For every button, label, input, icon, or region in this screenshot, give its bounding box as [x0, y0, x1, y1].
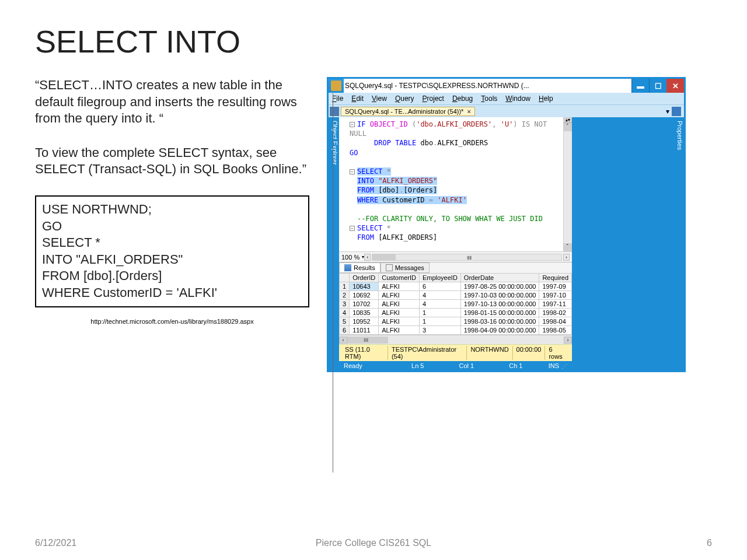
- fold-icon[interactable]: −: [350, 169, 355, 174]
- cell[interactable]: 1997-10-03 00:00:00.000: [460, 291, 539, 300]
- example-code-box: USE NORTHWND; GO SELECT * INTO "ALFKI_OR…: [35, 195, 309, 307]
- cell[interactable]: 1: [419, 309, 460, 317]
- cell[interactable]: 3: [419, 326, 460, 335]
- cell[interactable]: 1: [340, 282, 350, 291]
- hscroll-right-icon[interactable]: ›: [563, 254, 570, 261]
- cell[interactable]: 10952: [350, 317, 379, 326]
- status-time: 00:00:00: [513, 346, 546, 360]
- table-row[interactable]: 310702ALFKI41997-10-13 00:00:00.0001997-…: [340, 300, 572, 309]
- cell[interactable]: ALFKI: [379, 309, 420, 317]
- cell[interactable]: 6: [419, 282, 460, 291]
- menu-view[interactable]: View: [372, 94, 387, 103]
- toolbar-icon[interactable]: [330, 107, 339, 116]
- cell[interactable]: 1998-02: [539, 309, 572, 317]
- menu-window[interactable]: Window: [505, 94, 530, 103]
- cell[interactable]: 2: [340, 291, 350, 300]
- cell[interactable]: 1998-05: [539, 326, 572, 335]
- cell[interactable]: 10702: [350, 300, 379, 309]
- minimize-button[interactable]: ▬: [631, 79, 649, 93]
- object-explorer-tab[interactable]: Object Explorer: [329, 117, 339, 370]
- results-tab[interactable]: Results: [339, 262, 381, 273]
- cell[interactable]: 1998-03-16 00:00:00.000: [460, 317, 539, 326]
- properties-tab[interactable]: Properties: [572, 117, 684, 370]
- cell[interactable]: 1997-10: [539, 291, 572, 300]
- status-db: NORTHWND: [467, 346, 512, 360]
- cell[interactable]: 10692: [350, 291, 379, 300]
- status-line: Ln 5: [411, 362, 424, 369]
- cell[interactable]: 10835: [350, 309, 379, 317]
- cell[interactable]: 4: [340, 309, 350, 317]
- maximize-button[interactable]: ☐: [649, 79, 666, 93]
- resize-grip-icon[interactable]: ⋰: [559, 363, 567, 369]
- cell[interactable]: ALFKI: [379, 291, 420, 300]
- cell[interactable]: 1998-01-15 00:00:00.000: [460, 309, 539, 317]
- cell[interactable]: 1997-09: [539, 282, 572, 291]
- app-status-bar: Ready Ln 5 Col 1 Ch 1 INS ⋰: [339, 361, 572, 370]
- cell[interactable]: 5: [340, 317, 350, 326]
- cell[interactable]: ALFKI: [379, 326, 420, 335]
- window-titlebar[interactable]: SQLQuery4.sql - TESTPC\SQLEXPRESS.NORTHW…: [329, 79, 684, 93]
- menu-debug[interactable]: Debug: [452, 94, 473, 103]
- hscroll-left-icon[interactable]: ‹: [339, 337, 347, 344]
- col-orderid[interactable]: OrderID: [350, 274, 379, 282]
- cell[interactable]: 10643: [350, 282, 379, 291]
- table-row[interactable]: 110643ALFKI61997-08-25 00:00:00.0001997-…: [340, 282, 572, 291]
- menu-help[interactable]: Help: [539, 94, 553, 103]
- table-row[interactable]: 210692ALFKI41997-10-03 00:00:00.0001997-…: [340, 291, 572, 300]
- status-col: Col 1: [459, 362, 474, 369]
- menu-tools[interactable]: Tools: [481, 94, 497, 103]
- cell[interactable]: ALFKI: [379, 317, 420, 326]
- cell[interactable]: 11011: [350, 326, 379, 335]
- scroll-down-icon[interactable]: ˅: [564, 243, 572, 251]
- app-icon: [331, 80, 341, 91]
- split-handle[interactable]: ▴▾: [564, 117, 572, 123]
- cell[interactable]: 3: [340, 300, 350, 309]
- cell[interactable]: 1: [419, 317, 460, 326]
- cell[interactable]: 1997-10-13 00:00:00.000: [460, 300, 539, 309]
- grid-header-row: OrderID CustomerID EmployeeID OrderDate …: [340, 274, 572, 282]
- cell[interactable]: ALFKI: [379, 282, 420, 291]
- cell[interactable]: ALFKI: [379, 300, 420, 309]
- status-rows: 6 rows: [545, 346, 570, 360]
- grid-corner: [340, 274, 350, 282]
- menu-edit[interactable]: Edit: [351, 94, 364, 103]
- editor-vertical-scrollbar[interactable]: ▴▾ ˄ ˅: [563, 117, 572, 251]
- zoom-level[interactable]: 100 %: [341, 254, 362, 261]
- results-grid[interactable]: OrderID CustomerID EmployeeID OrderDate …: [339, 273, 572, 335]
- table-row[interactable]: 510952ALFKI11998-03-16 00:00:00.0001998-…: [340, 317, 572, 326]
- sql-editor[interactable]: −IF OBJECT_ID ('dbo.ALFKI_ORDERS', 'U') …: [339, 117, 563, 251]
- query-status-bar: SS (11.0 RTM) TESTPC\Administrator (54) …: [339, 344, 572, 361]
- tab-close-icon[interactable]: ×: [467, 108, 470, 115]
- col-employeeid[interactable]: EmployeeID: [419, 274, 460, 282]
- fold-icon[interactable]: −: [350, 122, 355, 127]
- col-customerid[interactable]: CustomerID: [379, 274, 420, 282]
- menu-file[interactable]: File: [332, 94, 343, 103]
- hscroll-right-icon[interactable]: ›: [564, 337, 572, 344]
- document-tab[interactable]: SQLQuery4.sql - TE...Administrator (54))…: [341, 107, 475, 116]
- menu-project[interactable]: Project: [423, 94, 444, 103]
- results-horizontal-scrollbar[interactable]: ‹ ▮▮ ›: [339, 335, 572, 344]
- fold-icon[interactable]: −: [350, 226, 355, 231]
- cell[interactable]: 1998-04: [539, 317, 572, 326]
- cell[interactable]: 4: [419, 300, 460, 309]
- menu-query[interactable]: Query: [395, 94, 414, 103]
- table-row[interactable]: 410835ALFKI11998-01-15 00:00:00.0001998-…: [340, 309, 572, 317]
- table-row[interactable]: 611011ALFKI31998-04-09 00:00:00.0001998-…: [340, 326, 572, 335]
- hscroll-left-icon[interactable]: ‹: [364, 254, 371, 261]
- editor-zoom-bar: 100 %▾ ‹ ▮▮ ›: [339, 251, 572, 262]
- messages-tab[interactable]: Messages: [381, 262, 430, 273]
- scroll-up-icon[interactable]: ˄: [564, 123, 572, 131]
- toolbar-icon-2[interactable]: [672, 107, 681, 116]
- close-button[interactable]: ✕: [666, 79, 684, 93]
- cell[interactable]: 1997-08-25 00:00:00.000: [460, 282, 539, 291]
- ssms-window: SQLQuery4.sql - TESTPC\SQLEXPRESS.NORTHW…: [327, 77, 686, 372]
- cell[interactable]: 1997-11: [539, 300, 572, 309]
- cell[interactable]: 6: [340, 326, 350, 335]
- col-required[interactable]: Required: [539, 274, 572, 282]
- tab-overflow-icon[interactable]: ▾: [664, 107, 672, 116]
- editor-horizontal-scrollbar[interactable]: ▮▮: [372, 254, 562, 261]
- cell[interactable]: 1998-04-09 00:00:00.000: [460, 326, 539, 335]
- col-orderdate[interactable]: OrderDate: [460, 274, 539, 282]
- status-ch: Ch 1: [509, 362, 522, 369]
- cell[interactable]: 4: [419, 291, 460, 300]
